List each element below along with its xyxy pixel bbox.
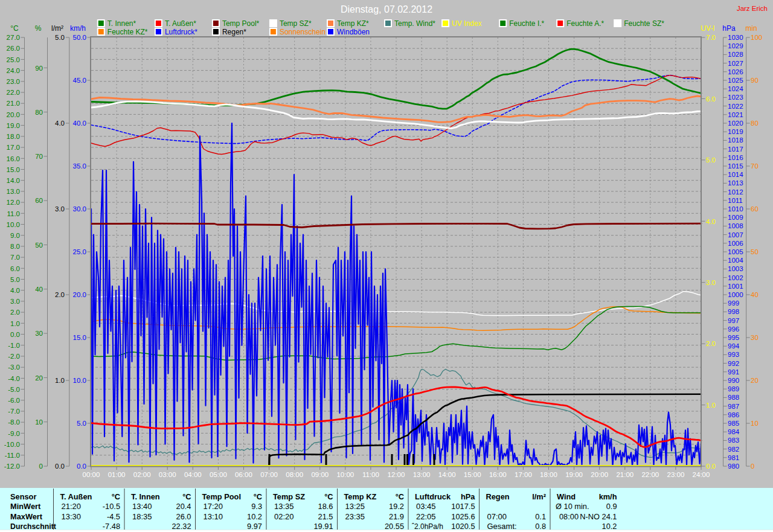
- svg-text:1002: 1002: [728, 274, 743, 281]
- svg-text:1022: 1022: [728, 103, 743, 110]
- svg-text:984: 984: [728, 428, 740, 435]
- svg-text:-12.0: -12.0: [4, 463, 20, 470]
- svg-text:19.0: 19.0: [7, 122, 20, 129]
- svg-text:T. Innen*: T. Innen*: [107, 19, 136, 28]
- svg-text:13:30: 13:30: [62, 512, 82, 521]
- svg-text:995: 995: [728, 334, 739, 341]
- svg-text:-8.0: -8.0: [8, 418, 20, 426]
- svg-text:5.0: 5.0: [10, 276, 20, 283]
- svg-text:UV-I: UV-I: [701, 24, 714, 33]
- svg-text:min: min: [745, 24, 757, 33]
- svg-text:-10.5: -10.5: [103, 502, 120, 511]
- svg-text:25.0: 25.0: [73, 248, 86, 255]
- svg-text:Luftdruck*: Luftdruck*: [165, 28, 197, 36]
- svg-text:10.0: 10.0: [73, 377, 86, 384]
- svg-text:1003: 1003: [728, 265, 743, 272]
- svg-text:996: 996: [728, 325, 739, 333]
- svg-text:km/h: km/h: [70, 24, 86, 33]
- svg-text:07:00: 07:00: [260, 471, 278, 478]
- svg-text:04:00: 04:00: [184, 471, 202, 478]
- svg-text:1029: 1029: [728, 42, 743, 50]
- svg-text:1014: 1014: [728, 171, 743, 178]
- svg-text:27.0: 27.0: [7, 34, 20, 41]
- svg-text:N-NO 24.1: N-NO 24.1: [580, 512, 617, 521]
- svg-text:60: 60: [35, 197, 43, 204]
- svg-text:MaxWert: MaxWert: [10, 512, 43, 521]
- svg-text:03:00: 03:00: [159, 471, 176, 478]
- svg-text:9.0: 9.0: [10, 232, 20, 239]
- svg-text:982: 982: [728, 446, 739, 453]
- svg-text:23:35: 23:35: [345, 512, 365, 521]
- svg-text:1025: 1025: [728, 77, 743, 84]
- svg-text:981: 981: [728, 454, 739, 461]
- svg-text:1001: 1001: [728, 283, 743, 290]
- svg-text:13:10: 13:10: [204, 512, 223, 521]
- svg-text:15.0: 15.0: [7, 166, 20, 173]
- svg-text:7.0: 7.0: [706, 34, 716, 41]
- svg-text:999: 999: [728, 300, 739, 307]
- svg-text:1000: 1000: [728, 291, 743, 298]
- svg-text:Dienstag, 07.02.2012: Dienstag, 07.02.2012: [341, 4, 432, 14]
- svg-text:-4.0: -4.0: [8, 375, 20, 382]
- svg-text:20.4: 20.4: [176, 502, 191, 511]
- svg-text:1009: 1009: [728, 214, 743, 221]
- svg-text:7.0: 7.0: [10, 254, 20, 261]
- svg-text:4.0: 4.0: [55, 120, 65, 127]
- svg-text:-6.0: -6.0: [8, 397, 20, 404]
- svg-text:2.0: 2.0: [706, 340, 716, 347]
- svg-text:12.0: 12.0: [7, 199, 20, 206]
- svg-text:80: 80: [35, 109, 43, 116]
- svg-text:MinWert: MinWert: [10, 502, 41, 511]
- svg-text:21.9: 21.9: [389, 512, 404, 521]
- svg-text:25.0: 25.0: [7, 56, 20, 63]
- svg-text:01:00: 01:00: [108, 471, 126, 478]
- svg-text:-7.0: -7.0: [8, 408, 20, 415]
- svg-text:ˆ2.0hPa/h: ˆ2.0hPa/h: [412, 522, 443, 531]
- svg-text:6.0: 6.0: [706, 95, 716, 103]
- svg-text:9.97: 9.97: [247, 522, 262, 531]
- svg-text:0.0: 0.0: [10, 331, 20, 338]
- svg-text:2.0: 2.0: [10, 309, 20, 316]
- svg-text:05:00: 05:00: [210, 471, 227, 478]
- svg-text:00:00: 00:00: [83, 471, 100, 478]
- svg-text:14.0: 14.0: [7, 177, 20, 184]
- svg-text:0: 0: [39, 463, 43, 470]
- svg-text:9.3: 9.3: [251, 502, 262, 511]
- svg-text:18.0: 18.0: [7, 133, 20, 140]
- svg-text:1013: 1013: [728, 179, 743, 187]
- svg-text:1021: 1021: [728, 111, 743, 118]
- svg-text:Feuchte SZ*: Feuchte SZ*: [624, 19, 664, 28]
- svg-text:0.1: 0.1: [535, 512, 546, 521]
- svg-text:15.0: 15.0: [73, 334, 86, 341]
- svg-text:22:05: 22:05: [416, 512, 436, 521]
- svg-text:23.0: 23.0: [7, 78, 20, 85]
- svg-text:2.0: 2.0: [55, 291, 65, 298]
- svg-text:985: 985: [728, 420, 739, 427]
- svg-text:20.55: 20.55: [385, 522, 404, 531]
- svg-text:Temp SZ*: Temp SZ*: [280, 19, 312, 28]
- svg-text:16.0: 16.0: [7, 155, 20, 162]
- svg-text:1026: 1026: [728, 68, 743, 75]
- svg-text:06:00: 06:00: [235, 471, 252, 478]
- svg-text:02:20: 02:20: [274, 512, 294, 521]
- svg-text:20:00: 20:00: [591, 471, 608, 478]
- svg-text:22:00: 22:00: [641, 471, 659, 478]
- svg-text:09:00: 09:00: [311, 471, 329, 478]
- svg-text:26.0: 26.0: [176, 512, 191, 521]
- svg-text:08:00: 08:00: [559, 512, 579, 521]
- svg-text:1024: 1024: [728, 85, 743, 92]
- svg-text:994: 994: [728, 342, 740, 350]
- svg-text:1004: 1004: [728, 257, 743, 264]
- svg-text:-1.0: -1.0: [8, 342, 20, 349]
- svg-text:1010: 1010: [728, 205, 743, 213]
- svg-text:17.0: 17.0: [7, 144, 20, 151]
- svg-text:5.0: 5.0: [77, 420, 86, 427]
- svg-text:Wind: Wind: [557, 492, 576, 501]
- svg-text:10: 10: [751, 420, 759, 427]
- svg-text:20.0: 20.0: [7, 111, 20, 118]
- svg-text:Feuchte I.*: Feuchte I.*: [509, 19, 544, 28]
- svg-text:°C: °C: [396, 492, 404, 501]
- svg-text:992: 992: [728, 360, 739, 367]
- svg-text:1006: 1006: [728, 240, 743, 247]
- svg-text:°C: °C: [112, 492, 120, 501]
